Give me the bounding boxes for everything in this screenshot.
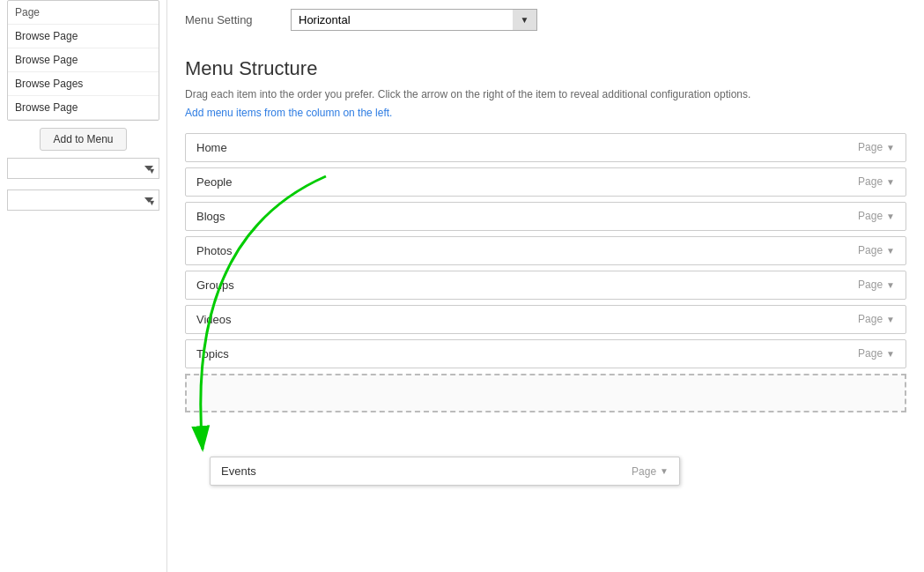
menu-items-list: Home Page ▼ People Page ▼ Blogs Page <box>185 133 906 412</box>
menu-structure-desc-2: Add menu items from the column on the le… <box>185 106 906 121</box>
menu-item-topics-type: Page ▼ <box>858 347 895 360</box>
menu-item-people-arrow: ▼ <box>886 177 895 187</box>
add-to-menu-button[interactable]: Add to Menu <box>40 128 126 151</box>
menu-item-topics-arrow: ▼ <box>886 349 895 359</box>
list-item-browse-page-2[interactable]: Browse Page <box>8 48 159 72</box>
menu-item-photos[interactable]: Photos Page ▼ <box>185 236 906 265</box>
menu-item-photos-type: Page ▼ <box>858 244 895 256</box>
list-item-page[interactable]: Page <box>8 1 159 25</box>
menu-item-events-label: Events <box>221 464 256 478</box>
menu-item-groups-arrow: ▼ <box>886 280 895 290</box>
menu-item-people-label: People <box>196 175 232 189</box>
menu-item-home[interactable]: Home Page ▼ <box>185 133 906 162</box>
menu-item-events-type: Page ▼ <box>632 465 669 478</box>
menu-item-videos-type: Page ▼ <box>858 313 895 325</box>
menu-item-home-label: Home <box>196 141 227 154</box>
list-item-browse-page-3[interactable]: Browse Page <box>8 96 159 120</box>
menu-item-home-type: Page ▼ <box>858 141 895 153</box>
menu-setting-label: Menu Setting <box>185 13 273 26</box>
menu-item-videos-label: Videos <box>196 313 232 326</box>
menu-setting-select-wrapper: Horizontal Vertical <box>291 9 537 31</box>
menu-item-blogs-arrow: ▼ <box>886 212 895 221</box>
menu-setting-row: Menu Setting Horizontal Vertical <box>185 9 906 40</box>
menu-structure-desc-1: Drag each item into the order you prefer… <box>185 87 906 102</box>
menu-setting-select-arrow[interactable] <box>513 9 537 31</box>
main-content: Menu Setting Horizontal Vertical Menu St… <box>167 0 924 572</box>
menu-item-blogs-label: Blogs <box>196 210 225 223</box>
sidebar: Page Browse Page Browse Page Browse Page… <box>0 0 167 572</box>
menu-item-home-arrow: ▼ <box>886 143 895 152</box>
menu-item-videos-arrow: ▼ <box>886 315 895 324</box>
menu-item-photos-arrow: ▼ <box>886 246 895 256</box>
menu-item-events-arrow: ▼ <box>660 466 669 476</box>
sidebar-dropdown-2[interactable] <box>7 189 159 211</box>
menu-item-videos[interactable]: Videos Page ▼ <box>185 305 906 334</box>
menu-setting-select[interactable]: Horizontal Vertical <box>291 9 537 31</box>
menu-item-events-dragging[interactable]: Events Page ▼ <box>210 457 680 486</box>
menu-item-blogs[interactable]: Blogs Page ▼ <box>185 202 906 231</box>
menu-item-groups-type: Page ▼ <box>858 279 895 291</box>
menu-item-topics[interactable]: Topics Page ▼ <box>185 339 906 368</box>
sidebar-dropdown-1[interactable] <box>7 158 159 179</box>
menu-item-photos-label: Photos <box>196 244 232 257</box>
page-wrapper: Page Browse Page Browse Page Browse Page… <box>0 0 924 572</box>
menu-item-blogs-type: Page ▼ <box>858 210 895 222</box>
menu-item-topics-label: Topics <box>196 347 229 360</box>
add-menu-items-link[interactable]: Add menu items from the column on the le… <box>185 107 392 119</box>
sidebar-list: Page Browse Page Browse Page Browse Page… <box>7 0 159 121</box>
list-item-browse-pages[interactable]: Browse Pages <box>8 72 159 96</box>
drop-zone <box>185 374 906 412</box>
menu-item-people-type: Page ▼ <box>858 175 895 188</box>
menu-item-groups[interactable]: Groups Page ▼ <box>185 271 906 300</box>
menu-item-people[interactable]: People Page ▼ <box>185 167 906 197</box>
menu-structure-title: Menu Structure <box>185 57 906 80</box>
sidebar-dropdowns: ▼ ▼ <box>7 158 159 216</box>
menu-item-groups-label: Groups <box>196 279 234 292</box>
list-item-browse-page-1[interactable]: Browse Page <box>8 25 159 48</box>
